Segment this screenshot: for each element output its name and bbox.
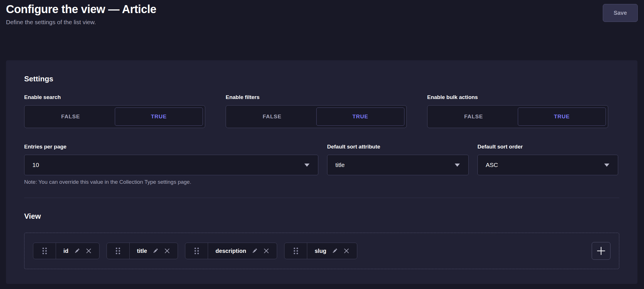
- field-chip-label: id: [63, 248, 68, 254]
- cross-icon: [343, 248, 350, 254]
- remove-field-button[interactable]: [164, 248, 170, 254]
- remove-field-button[interactable]: [86, 248, 92, 254]
- enable-bulk-actions-field: Enable bulk actions FALSE TRUE: [427, 94, 608, 128]
- default-sort-order-field: Default sort order ASC: [477, 143, 618, 175]
- entries-per-page-field: Entries per page 10: [24, 143, 318, 175]
- settings-heading: Settings: [24, 75, 619, 83]
- cross-icon: [263, 248, 269, 254]
- remove-field-button[interactable]: [343, 248, 350, 254]
- selects-row: Entries per page 10 Default sort attribu…: [24, 143, 619, 175]
- pencil-icon: [74, 247, 80, 254]
- cross-icon: [86, 248, 92, 254]
- edit-field-button[interactable]: [251, 247, 258, 254]
- enable-filters-toggle: FALSE TRUE: [226, 105, 407, 128]
- enable-search-toggle: FALSE TRUE: [24, 105, 205, 128]
- toggles-row: Enable search FALSE TRUE Enable filters …: [24, 94, 619, 128]
- enable-search-false-option[interactable]: FALSE: [26, 108, 115, 126]
- drag-handle[interactable]: [33, 243, 56, 259]
- edit-field-button[interactable]: [152, 247, 159, 254]
- default-sort-attribute-value: title: [335, 162, 345, 168]
- add-field-button[interactable]: [592, 242, 610, 260]
- pencil-icon: [331, 247, 338, 254]
- section-divider: [24, 198, 619, 198]
- enable-bulk-actions-label: Enable bulk actions: [427, 94, 608, 101]
- save-button[interactable]: Save: [603, 4, 638, 22]
- enable-search-true-option[interactable]: TRUE: [115, 108, 203, 126]
- page-header: Configure the view — Article Define the …: [0, 0, 644, 26]
- default-sort-order-label: Default sort order: [477, 143, 618, 150]
- entries-per-page-label: Entries per page: [24, 143, 318, 150]
- view-heading: View: [24, 212, 619, 220]
- edit-field-button[interactable]: [74, 247, 80, 254]
- enable-bulk-actions-false-option[interactable]: FALSE: [429, 108, 518, 126]
- caret-down-icon: [455, 164, 460, 167]
- enable-search-label: Enable search: [24, 94, 205, 101]
- drag-handle[interactable]: [107, 243, 130, 259]
- pencil-icon: [152, 247, 159, 254]
- edit-field-button[interactable]: [331, 247, 338, 254]
- default-sort-order-value: ASC: [486, 162, 498, 168]
- view-fields-dropzone: id: [24, 233, 619, 269]
- drag-handle[interactable]: [284, 243, 307, 259]
- enable-filters-false-option[interactable]: FALSE: [228, 108, 316, 126]
- cross-icon: [164, 248, 170, 254]
- entries-per-page-hint: Note: You can override this value in the…: [24, 179, 619, 185]
- default-sort-attribute-field: Default sort attribute title: [327, 143, 469, 175]
- field-chip-id: id: [33, 243, 99, 259]
- field-chip-label: title: [137, 248, 147, 254]
- drag-handle-icon: [292, 247, 299, 255]
- enable-filters-field: Enable filters FALSE TRUE: [226, 94, 407, 128]
- drag-handle-icon: [41, 247, 48, 255]
- field-chip-slug: slug: [284, 243, 357, 259]
- field-chip-description: description: [185, 243, 277, 259]
- default-sort-attribute-label: Default sort attribute: [327, 143, 469, 150]
- entries-per-page-value: 10: [32, 162, 39, 168]
- remove-field-button[interactable]: [263, 248, 269, 254]
- enable-filters-label: Enable filters: [226, 94, 407, 101]
- drag-handle-icon: [193, 247, 200, 255]
- page-subtitle: Define the settings of the list view.: [6, 18, 638, 26]
- drag-handle-icon: [115, 247, 121, 255]
- plus-icon: [596, 246, 606, 256]
- caret-down-icon: [604, 164, 609, 167]
- drag-handle[interactable]: [185, 243, 208, 259]
- field-chip-label: description: [215, 248, 246, 254]
- enable-search-field: Enable search FALSE TRUE: [24, 94, 205, 128]
- caret-down-icon: [304, 164, 309, 167]
- default-sort-order-select[interactable]: ASC: [477, 155, 618, 175]
- field-chip-title: title: [107, 243, 178, 259]
- page-title: Configure the view — Article: [6, 2, 638, 16]
- field-chip-label: slug: [315, 248, 326, 254]
- enable-filters-true-option[interactable]: TRUE: [316, 108, 405, 126]
- enable-bulk-actions-true-option[interactable]: TRUE: [518, 108, 606, 126]
- default-sort-attribute-select[interactable]: title: [327, 155, 469, 175]
- settings-card: Settings Enable search FALSE TRUE Enable…: [6, 60, 637, 284]
- entries-per-page-select[interactable]: 10: [24, 155, 318, 175]
- enable-bulk-actions-toggle: FALSE TRUE: [427, 105, 608, 128]
- pencil-icon: [251, 247, 258, 254]
